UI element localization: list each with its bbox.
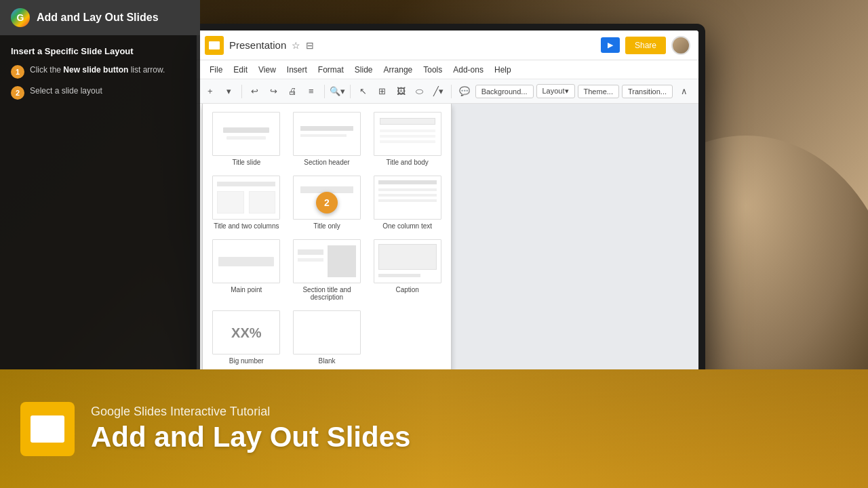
layout-two-cols[interactable]: Title and two columns bbox=[208, 173, 285, 232]
user-avatar[interactable] bbox=[671, 36, 690, 55]
zoom-button[interactable]: 🔍▾ bbox=[329, 83, 345, 100]
paint-format-button[interactable]: ≡ bbox=[303, 83, 319, 100]
layout-title-body[interactable]: Title and body bbox=[369, 109, 446, 169]
collapse-toolbar-button[interactable]: ∧ bbox=[675, 83, 693, 100]
layout-name-title-body: Title and body bbox=[386, 159, 428, 166]
step-2: 2 Select a slide layout bbox=[11, 85, 189, 100]
image-button[interactable]: 🖼 bbox=[393, 83, 409, 100]
layout-thumb-big-number: XX% bbox=[212, 310, 280, 354]
brand-icon-container bbox=[20, 402, 75, 456]
slides-application: Presentation ☆ ⊟ ▶ Share File Edit View … bbox=[197, 30, 698, 376]
panel-title: Add and Lay Out Slides bbox=[37, 11, 159, 24]
layout-name-big-number: Big number bbox=[229, 357, 264, 365]
new-slide-button[interactable]: + bbox=[202, 83, 218, 100]
menu-edit[interactable]: Edit bbox=[229, 63, 252, 77]
layout-name-blank: Blank bbox=[318, 357, 335, 365]
menu-file[interactable]: File bbox=[205, 63, 227, 77]
tc-col1 bbox=[217, 191, 243, 214]
theme-button[interactable]: Theme... bbox=[578, 85, 619, 98]
undo-button[interactable]: ↩ bbox=[247, 83, 263, 100]
sd-img bbox=[328, 245, 356, 277]
star-icon[interactable]: ☆ bbox=[292, 40, 300, 51]
layout-thumb-section-header bbox=[293, 112, 361, 156]
layout-title-slide[interactable]: Title slide bbox=[208, 109, 285, 169]
oc-l1 bbox=[378, 188, 437, 191]
tb-line1 bbox=[380, 129, 435, 132]
menu-slide[interactable]: Slide bbox=[350, 63, 378, 77]
menu-bar: File Edit View Insert Format Slide Arran… bbox=[197, 60, 698, 79]
instruction-heading: Insert a Specific Slide Layout bbox=[11, 46, 189, 56]
layout-thumb-caption bbox=[374, 239, 441, 283]
folder-icon[interactable]: ⊟ bbox=[306, 40, 314, 51]
monitor-screen: Presentation ☆ ⊟ ▶ Share File Edit View … bbox=[197, 30, 698, 376]
layout-big-number[interactable]: XX% Big number bbox=[208, 308, 285, 367]
oc-l2 bbox=[378, 194, 437, 197]
sd-sub bbox=[298, 258, 323, 262]
shape-button[interactable]: ⬭ bbox=[412, 83, 428, 100]
layout-thumb-main-point bbox=[212, 239, 280, 283]
subtitle-line bbox=[226, 136, 266, 140]
layout-thumb-two-cols bbox=[212, 176, 280, 220]
tc-title bbox=[217, 182, 275, 186]
layout-thumb-section-desc bbox=[293, 239, 361, 283]
sh-line2 bbox=[300, 134, 347, 137]
menu-tools[interactable]: Tools bbox=[418, 63, 447, 77]
menu-insert[interactable]: Insert bbox=[282, 63, 312, 77]
layout-button[interactable]: Layout▾ bbox=[536, 84, 575, 98]
toolbar-divider-1 bbox=[241, 85, 242, 98]
textbox-button[interactable]: ⊞ bbox=[374, 83, 391, 100]
layout-name-section-desc: Section title and description bbox=[292, 286, 363, 301]
main-content: Slide 1 Opening Body bbox=[197, 104, 698, 376]
cap-img bbox=[378, 244, 437, 270]
layout-blank[interactable]: Blank bbox=[289, 308, 366, 367]
layout-name-title-slide: Title slide bbox=[232, 159, 260, 166]
slides-app-icon bbox=[205, 36, 224, 55]
background-button[interactable]: Background... bbox=[475, 85, 534, 98]
line-button[interactable]: ╱▾ bbox=[430, 83, 446, 100]
brand-icon-inner bbox=[31, 415, 64, 443]
menu-view[interactable]: View bbox=[254, 63, 281, 77]
layout-caption[interactable]: Caption bbox=[369, 237, 446, 304]
layout-section-header[interactable]: Section header bbox=[289, 109, 366, 169]
share-button[interactable]: Share bbox=[625, 37, 666, 54]
presentation-title[interactable]: Presentation bbox=[229, 39, 286, 51]
redo-button[interactable]: ↪ bbox=[266, 83, 282, 100]
menu-help[interactable]: Help bbox=[490, 63, 516, 77]
new-slide-arrow[interactable]: ▾ bbox=[221, 83, 237, 100]
bottom-text: Google Slides Interactive Tutorial Add a… bbox=[91, 405, 410, 453]
print-button[interactable]: 🖨 bbox=[284, 83, 300, 100]
toolbar-right: Background... Layout▾ Theme... Transitio… bbox=[475, 83, 693, 100]
layout-name-caption: Caption bbox=[395, 286, 418, 293]
menu-addons[interactable]: Add-ons bbox=[448, 63, 488, 77]
menu-arrange[interactable]: Arrange bbox=[379, 63, 418, 77]
step2-badge: 2 bbox=[316, 192, 338, 214]
select-button[interactable]: ↖ bbox=[355, 83, 372, 100]
menu-format[interactable]: Format bbox=[313, 63, 349, 77]
bottom-subtitle: Google Slides Interactive Tutorial bbox=[91, 405, 410, 419]
step-1-text: Click the New slide button list arrow. bbox=[30, 64, 165, 76]
layout-name-title-only: Title only bbox=[313, 222, 340, 230]
layout-name-section-header: Section header bbox=[304, 159, 349, 166]
bn-text: XX% bbox=[231, 325, 261, 340]
layout-thumb-one-col bbox=[374, 176, 441, 220]
comment-button[interactable]: 💬 bbox=[456, 83, 473, 100]
title-line bbox=[223, 127, 269, 133]
toolbar-divider-3 bbox=[350, 85, 351, 98]
layout-name-one-col: One column text bbox=[382, 222, 432, 230]
toolbar-divider-4 bbox=[451, 85, 452, 98]
layout-one-col[interactable]: One column text bbox=[369, 173, 446, 232]
bottom-overlay: Google Slides Interactive Tutorial Add a… bbox=[0, 369, 868, 488]
present-button[interactable]: ▶ bbox=[601, 37, 620, 53]
panel-header: G Add and Lay Out Slides bbox=[0, 0, 200, 35]
layout-name-two-cols: Title and two columns bbox=[214, 222, 279, 230]
layout-title-only[interactable]: 2 Title only bbox=[289, 173, 366, 232]
layout-main-point[interactable]: Main point bbox=[208, 237, 285, 304]
layout-section-desc[interactable]: Section title and description bbox=[289, 237, 366, 304]
step-2-text: Select a slide layout bbox=[30, 85, 102, 97]
layout-thumb-blank bbox=[293, 310, 361, 354]
transition-button[interactable]: Transition... bbox=[622, 85, 673, 98]
step-badge-2: 2 bbox=[11, 86, 24, 100]
bottom-title: Add and Lay Out Slides bbox=[91, 422, 410, 453]
monitor: Presentation ☆ ⊟ ▶ Share File Edit View … bbox=[190, 24, 705, 383]
tb-title bbox=[380, 118, 435, 125]
